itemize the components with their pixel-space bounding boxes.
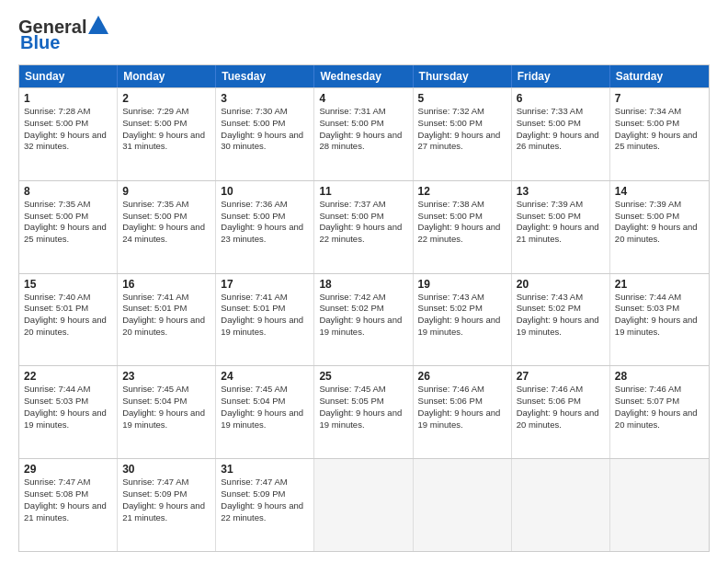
day-number: 2 [122,92,210,105]
calendar-cell: 16Sunrise: 7:41 AM Sunset: 5:01 PM Dayli… [118,274,216,366]
day-number: 26 [418,370,506,383]
day-info: Sunrise: 7:41 AM Sunset: 5:01 PM Dayligh… [221,292,309,339]
calendar-cell: 9Sunrise: 7:35 AM Sunset: 5:00 PM Daylig… [118,181,216,273]
calendar-cell [414,459,512,551]
logo-blue: Blue [20,32,60,53]
calendar-cell: 10Sunrise: 7:36 AM Sunset: 5:00 PM Dayli… [216,181,314,273]
calendar-header: SundayMondayTuesdayWednesdayThursdayFrid… [19,65,709,87]
calendar-body: 1Sunrise: 7:28 AM Sunset: 5:00 PM Daylig… [19,87,709,551]
day-number: 28 [615,370,704,383]
day-number: 30 [122,463,210,476]
logo: General Blue [18,17,108,53]
day-info: Sunrise: 7:30 AM Sunset: 5:00 PM Dayligh… [221,106,309,153]
calendar-cell: 26Sunrise: 7:46 AM Sunset: 5:06 PM Dayli… [414,366,512,458]
page: General Blue SundayMondayTuesdayWednesda… [0,0,728,563]
day-number: 3 [221,92,309,105]
calendar-header-cell: Tuesday [216,65,314,87]
calendar-cell: 13Sunrise: 7:39 AM Sunset: 5:00 PM Dayli… [512,181,610,273]
calendar-header-cell: Friday [512,65,610,87]
calendar-cell: 30Sunrise: 7:47 AM Sunset: 5:09 PM Dayli… [118,459,216,551]
day-info: Sunrise: 7:35 AM Sunset: 5:00 PM Dayligh… [122,199,210,246]
calendar-week: 29Sunrise: 7:47 AM Sunset: 5:08 PM Dayli… [19,458,709,551]
calendar-cell: 11Sunrise: 7:37 AM Sunset: 5:00 PM Dayli… [314,181,413,273]
calendar-cell: 22Sunrise: 7:44 AM Sunset: 5:03 PM Dayli… [19,366,118,458]
calendar-cell: 19Sunrise: 7:43 AM Sunset: 5:02 PM Dayli… [414,274,512,366]
day-info: Sunrise: 7:46 AM Sunset: 5:07 PM Dayligh… [615,384,704,431]
day-number: 16 [122,278,210,291]
calendar-cell: 25Sunrise: 7:45 AM Sunset: 5:05 PM Dayli… [314,366,413,458]
svg-marker-0 [88,16,108,34]
day-info: Sunrise: 7:38 AM Sunset: 5:00 PM Dayligh… [418,199,506,246]
day-number: 8 [24,185,112,198]
day-info: Sunrise: 7:46 AM Sunset: 5:06 PM Dayligh… [517,384,605,431]
day-number: 18 [319,278,407,291]
day-info: Sunrise: 7:39 AM Sunset: 5:00 PM Dayligh… [517,199,605,246]
calendar-cell: 4Sunrise: 7:31 AM Sunset: 5:00 PM Daylig… [314,88,413,180]
day-info: Sunrise: 7:47 AM Sunset: 5:08 PM Dayligh… [24,477,112,523]
day-number: 31 [221,463,309,476]
calendar-week: 8Sunrise: 7:35 AM Sunset: 5:00 PM Daylig… [19,180,709,273]
day-number: 24 [221,370,309,383]
day-number: 11 [319,185,407,198]
calendar-cell: 5Sunrise: 7:32 AM Sunset: 5:00 PM Daylig… [414,88,512,180]
calendar-week: 1Sunrise: 7:28 AM Sunset: 5:00 PM Daylig… [19,87,709,180]
day-info: Sunrise: 7:42 AM Sunset: 5:02 PM Dayligh… [319,292,407,339]
calendar-cell [314,459,413,551]
day-info: Sunrise: 7:41 AM Sunset: 5:01 PM Dayligh… [122,292,210,339]
day-info: Sunrise: 7:46 AM Sunset: 5:06 PM Dayligh… [418,384,506,431]
calendar-cell: 1Sunrise: 7:28 AM Sunset: 5:00 PM Daylig… [19,88,118,180]
calendar-cell: 28Sunrise: 7:46 AM Sunset: 5:07 PM Dayli… [610,366,709,458]
day-info: Sunrise: 7:34 AM Sunset: 5:00 PM Dayligh… [615,106,704,153]
calendar: SundayMondayTuesdayWednesdayThursdayFrid… [18,64,710,552]
calendar-week: 15Sunrise: 7:40 AM Sunset: 5:01 PM Dayli… [19,273,709,366]
day-info: Sunrise: 7:39 AM Sunset: 5:00 PM Dayligh… [615,199,704,246]
day-info: Sunrise: 7:44 AM Sunset: 5:03 PM Dayligh… [24,384,112,431]
day-info: Sunrise: 7:47 AM Sunset: 5:09 PM Dayligh… [221,477,309,523]
day-number: 23 [122,370,210,383]
calendar-cell: 15Sunrise: 7:40 AM Sunset: 5:01 PM Dayli… [19,274,118,366]
calendar-cell: 29Sunrise: 7:47 AM Sunset: 5:08 PM Dayli… [19,459,118,551]
day-number: 27 [517,370,605,383]
day-number: 12 [418,185,506,198]
day-number: 6 [517,92,605,105]
day-info: Sunrise: 7:32 AM Sunset: 5:00 PM Dayligh… [418,106,506,153]
calendar-cell: 7Sunrise: 7:34 AM Sunset: 5:00 PM Daylig… [610,88,709,180]
calendar-cell: 2Sunrise: 7:29 AM Sunset: 5:00 PM Daylig… [118,88,216,180]
calendar-cell: 21Sunrise: 7:44 AM Sunset: 5:03 PM Dayli… [610,274,709,366]
calendar-week: 22Sunrise: 7:44 AM Sunset: 5:03 PM Dayli… [19,365,709,458]
day-info: Sunrise: 7:28 AM Sunset: 5:00 PM Dayligh… [24,106,112,153]
calendar-cell: 24Sunrise: 7:45 AM Sunset: 5:04 PM Dayli… [216,366,314,458]
calendar-cell: 8Sunrise: 7:35 AM Sunset: 5:00 PM Daylig… [19,181,118,273]
day-info: Sunrise: 7:45 AM Sunset: 5:04 PM Dayligh… [122,384,210,431]
day-number: 7 [615,92,704,105]
day-info: Sunrise: 7:35 AM Sunset: 5:00 PM Dayligh… [24,199,112,246]
day-number: 14 [615,185,704,198]
day-info: Sunrise: 7:43 AM Sunset: 5:02 PM Dayligh… [517,292,605,339]
calendar-cell: 31Sunrise: 7:47 AM Sunset: 5:09 PM Dayli… [216,459,314,551]
day-info: Sunrise: 7:45 AM Sunset: 5:04 PM Dayligh… [221,384,309,431]
day-info: Sunrise: 7:40 AM Sunset: 5:01 PM Dayligh… [24,292,112,339]
calendar-cell: 14Sunrise: 7:39 AM Sunset: 5:00 PM Dayli… [610,181,709,273]
day-info: Sunrise: 7:33 AM Sunset: 5:00 PM Dayligh… [517,106,605,153]
day-number: 17 [221,278,309,291]
day-number: 19 [418,278,506,291]
day-info: Sunrise: 7:29 AM Sunset: 5:00 PM Dayligh… [122,106,210,153]
day-number: 5 [418,92,506,105]
day-number: 9 [122,185,210,198]
calendar-cell: 12Sunrise: 7:38 AM Sunset: 5:00 PM Dayli… [414,181,512,273]
calendar-header-cell: Monday [118,65,216,87]
day-info: Sunrise: 7:45 AM Sunset: 5:05 PM Dayligh… [319,384,407,431]
logo-arrow-icon [88,16,108,34]
day-number: 20 [517,278,605,291]
day-number: 4 [319,92,407,105]
calendar-cell [610,459,709,551]
calendar-cell: 20Sunrise: 7:43 AM Sunset: 5:02 PM Dayli… [512,274,610,366]
calendar-cell: 6Sunrise: 7:33 AM Sunset: 5:00 PM Daylig… [512,88,610,180]
day-number: 22 [24,370,112,383]
calendar-header-cell: Wednesday [314,65,413,87]
calendar-header-cell: Thursday [414,65,512,87]
day-number: 13 [517,185,605,198]
day-number: 1 [24,92,112,105]
day-info: Sunrise: 7:47 AM Sunset: 5:09 PM Dayligh… [122,477,210,523]
day-info: Sunrise: 7:44 AM Sunset: 5:03 PM Dayligh… [615,292,704,339]
